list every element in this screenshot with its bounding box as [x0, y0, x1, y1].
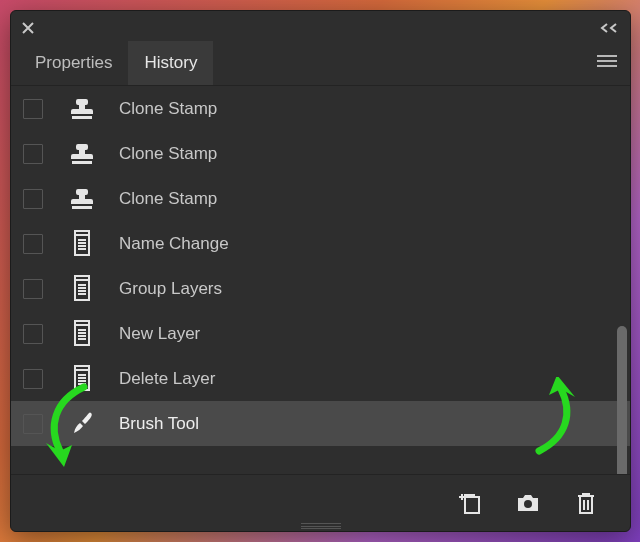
history-row-label: Clone Stamp: [119, 99, 217, 119]
history-row[interactable]: Clone Stamp: [11, 131, 630, 176]
svg-rect-0: [465, 497, 479, 513]
document-icon: [67, 274, 97, 304]
history-row[interactable]: Delete Layer: [11, 356, 630, 401]
history-row-label: Clone Stamp: [119, 189, 217, 209]
history-list: Clone Stamp Clone Stamp Clone Stamp Name…: [11, 86, 630, 474]
snapshot-checkbox[interactable]: [23, 324, 43, 344]
close-icon[interactable]: [21, 21, 35, 35]
snapshot-checkbox[interactable]: [23, 369, 43, 389]
brush-icon: [67, 409, 97, 439]
history-row[interactable]: Group Layers: [11, 266, 630, 311]
history-row[interactable]: Brush Tool: [11, 401, 630, 446]
history-panel: Properties History Clone Stamp Clone Sta…: [10, 10, 631, 532]
snapshot-checkbox[interactable]: [23, 279, 43, 299]
document-icon: [67, 364, 97, 394]
panel-titlebar: [11, 11, 630, 41]
trash-icon[interactable]: [572, 489, 600, 517]
document-icon: [67, 229, 97, 259]
snapshot-checkbox[interactable]: [23, 99, 43, 119]
collapse-icon[interactable]: [598, 22, 620, 34]
svg-point-1: [524, 500, 532, 508]
history-row-label: Brush Tool: [119, 414, 199, 434]
history-row-label: Name Change: [119, 234, 229, 254]
snapshot-checkbox[interactable]: [23, 144, 43, 164]
document-icon: [67, 319, 97, 349]
resize-grip[interactable]: [301, 523, 341, 529]
history-row-label: Group Layers: [119, 279, 222, 299]
history-row[interactable]: New Layer: [11, 311, 630, 356]
stamp-icon: [67, 184, 97, 214]
stamp-icon: [67, 139, 97, 169]
history-row[interactable]: Clone Stamp: [11, 176, 630, 221]
history-row[interactable]: Name Change: [11, 221, 630, 266]
panel-tabs: Properties History: [11, 41, 630, 86]
history-row-label: New Layer: [119, 324, 200, 344]
history-row-label: Delete Layer: [119, 369, 215, 389]
tab-properties[interactable]: Properties: [19, 41, 128, 85]
history-row[interactable]: Clone Stamp: [11, 86, 630, 131]
tab-history[interactable]: History: [128, 41, 213, 85]
snapshot-checkbox[interactable]: [23, 234, 43, 254]
history-row-label: Clone Stamp: [119, 144, 217, 164]
new-document-from-state-icon[interactable]: [456, 489, 484, 517]
snapshot-camera-icon[interactable]: [514, 489, 542, 517]
panel-menu-icon[interactable]: [584, 44, 630, 82]
snapshot-checkbox[interactable]: [23, 189, 43, 209]
stamp-icon: [67, 94, 97, 124]
snapshot-checkbox[interactable]: [23, 414, 43, 434]
scrollbar-thumb[interactable]: [617, 326, 627, 474]
